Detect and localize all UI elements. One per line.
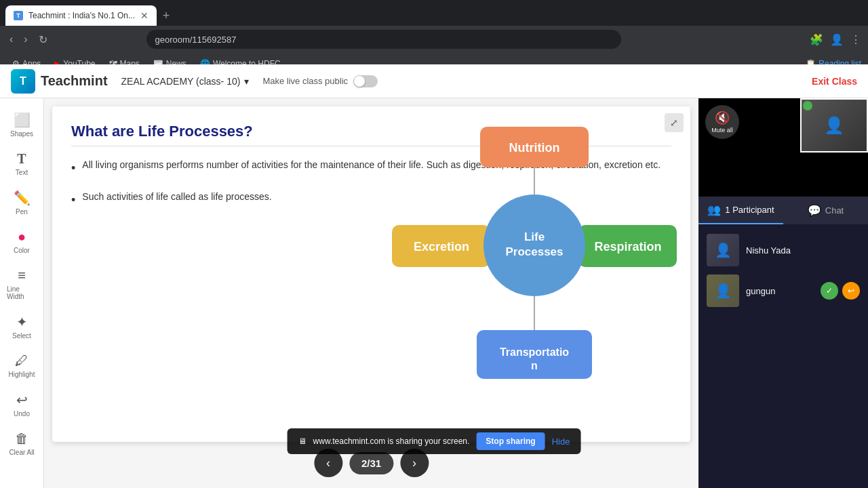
- back-button[interactable]: ‹: [7, 30, 16, 48]
- tab-title: Teachmint : India's No.1 On...: [28, 11, 135, 20]
- svg-text:Respiration: Respiration: [594, 240, 661, 253]
- extensions-icon[interactable]: 🧩: [810, 33, 823, 46]
- tab-close-icon[interactable]: ✕: [140, 10, 149, 21]
- participant-avatar-1: 👤: [707, 234, 739, 266]
- address-text: georoom/115692587: [155, 35, 236, 45]
- toggle-knob: [354, 76, 365, 87]
- bullet-dot-1: •: [71, 159, 75, 178]
- pen-icon: ✏️: [14, 190, 31, 206]
- shapes-icon: ⬜: [14, 112, 31, 128]
- participants-tab[interactable]: 👥 1 Participant: [698, 197, 783, 224]
- panel-tabs: 👥 1 Participant 💬 Chat: [698, 197, 868, 224]
- chat-tab[interactable]: 💬 Chat: [783, 197, 868, 224]
- participant-name-1: Nishu Yada: [746, 245, 860, 256]
- tool-shapes[interactable]: ⬜ Shapes: [3, 106, 41, 143]
- browser-toolbar-icons: 🧩 👤 ⋮: [810, 33, 861, 46]
- slide: ⤢ What are Life Processes? • All living …: [52, 106, 690, 442]
- text-icon: T: [17, 151, 26, 167]
- menu-icon[interactable]: ⋮: [850, 33, 861, 46]
- svg-text:Transportatio: Transportatio: [500, 346, 569, 358]
- participant-avatar-2: 👤: [707, 274, 739, 307]
- class-name: ZEAL ACADEMY (class- 10): [121, 76, 241, 87]
- svg-text:Processes: Processes: [505, 245, 563, 258]
- svg-text:Excretion: Excretion: [414, 240, 469, 253]
- participants-tab-label: 1 Participant: [725, 205, 774, 215]
- diagram-svg: Nutrition Excretion Respiration Transpor…: [392, 120, 677, 391]
- participant-item: 👤 Nishu Yada: [704, 230, 863, 270]
- chevron-down-icon: ▾: [244, 76, 249, 87]
- undo-icon: ↩: [16, 392, 28, 408]
- video-area: 🔇 Mute all 👤: [698, 98, 868, 197]
- participant-action-green[interactable]: ✓: [821, 282, 838, 300]
- tab-favicon: T: [14, 11, 23, 20]
- exit-class-button[interactable]: Exit Class: [812, 76, 857, 87]
- participant-item-2: 👤 gungun ✓ ↩: [704, 270, 863, 311]
- address-bar-row: ‹ › ↻ georoom/115692587 🧩 👤 ⋮: [0, 26, 868, 53]
- tool-undo[interactable]: ↩ Undo: [3, 386, 41, 423]
- participant-actions-2: ✓ ↩: [821, 282, 860, 300]
- participants-icon: 👥: [707, 203, 721, 216]
- mute-icon: 🔇: [715, 110, 730, 125]
- line-width-icon: ≡: [18, 268, 26, 283]
- chat-icon: 💬: [808, 204, 821, 217]
- stop-sharing-button[interactable]: Stop sharing: [476, 432, 545, 450]
- mute-label: Mute all: [711, 127, 733, 134]
- tool-line-width[interactable]: ≡ Line Width: [3, 262, 41, 306]
- profile-icon[interactable]: 👤: [830, 33, 844, 46]
- app-name: Teachmint: [41, 73, 108, 89]
- top-nav: T Teachmint ZEAL ACADEMY (class- 10) ▾ M…: [0, 64, 868, 98]
- class-selector[interactable]: ZEAL ACADEMY (class- 10) ▾: [121, 76, 250, 87]
- tool-highlight[interactable]: 🖊 Highlight: [3, 348, 41, 384]
- mute-all-button[interactable]: 🔇 Mute all: [705, 105, 739, 139]
- screen-share-message: www.teachmint.com is sharing your screen…: [313, 436, 470, 446]
- tool-clear-all[interactable]: 🗑 Clear All: [3, 426, 41, 462]
- bullet-text-2: Such activities of life called as life p…: [82, 189, 271, 210]
- svg-text:n: n: [531, 360, 538, 371]
- screen-share-icon: 🖥: [298, 436, 307, 446]
- new-tab-button[interactable]: +: [157, 6, 176, 25]
- participant-action-yellow[interactable]: ↩: [842, 282, 860, 300]
- tool-color[interactable]: ● Color: [3, 224, 41, 260]
- hide-button[interactable]: Hide: [552, 436, 570, 447]
- app-logo: T Teachmint: [11, 69, 108, 94]
- tool-select[interactable]: ✦ Select: [3, 308, 41, 345]
- bullet-dot-2: •: [71, 190, 75, 210]
- participants-list: 👤 Nishu Yada 👤 gungun ✓ ↩: [698, 224, 868, 488]
- screen-share-notification: 🖥 www.teachmint.com is sharing your scre…: [288, 428, 581, 454]
- left-toolbar: ⬜ Shapes T Text ✏️ Pen ● Color ≡ Line Wi…: [0, 98, 44, 488]
- live-label: Make live class public: [262, 76, 348, 86]
- chat-tab-label: Chat: [825, 205, 844, 216]
- participant-name-2: gungun: [746, 286, 814, 296]
- logo-icon: T: [11, 69, 35, 94]
- live-toggle-switch[interactable]: [353, 75, 378, 87]
- video-thumbnail: 👤: [800, 98, 868, 152]
- live-toggle: Make live class public: [262, 75, 378, 87]
- color-icon: ●: [18, 229, 26, 245]
- forward-button[interactable]: ›: [21, 30, 30, 48]
- video-active-badge: [803, 101, 812, 110]
- page-indicator: 2/31: [349, 452, 393, 474]
- browser-chrome: T Teachmint : India's No.1 On... ✕ + ‹ ›…: [0, 0, 868, 64]
- tool-text[interactable]: T Text: [3, 146, 41, 182]
- select-icon: ✦: [16, 314, 28, 330]
- app-container: T Teachmint ZEAL ACADEMY (class- 10) ▾ M…: [0, 64, 868, 488]
- svg-text:Life: Life: [524, 230, 545, 243]
- highlight-icon: 🖊: [15, 353, 28, 369]
- right-panel: 🔇 Mute all 👤 👥 1 Participant 💬 Chat: [698, 98, 868, 488]
- active-tab[interactable]: T Teachmint : India's No.1 On... ✕: [5, 5, 157, 26]
- clear-all-icon: 🗑: [15, 431, 28, 447]
- address-input[interactable]: georoom/115692587: [146, 30, 621, 49]
- svg-text:Nutrition: Nutrition: [509, 141, 560, 155]
- life-processes-diagram: Nutrition Excretion Respiration Transpor…: [392, 120, 677, 405]
- refresh-button[interactable]: ↻: [36, 30, 50, 49]
- tool-pen[interactable]: ✏️ Pen: [3, 184, 41, 221]
- tab-bar: T Teachmint : India's No.1 On... ✕ +: [0, 0, 868, 26]
